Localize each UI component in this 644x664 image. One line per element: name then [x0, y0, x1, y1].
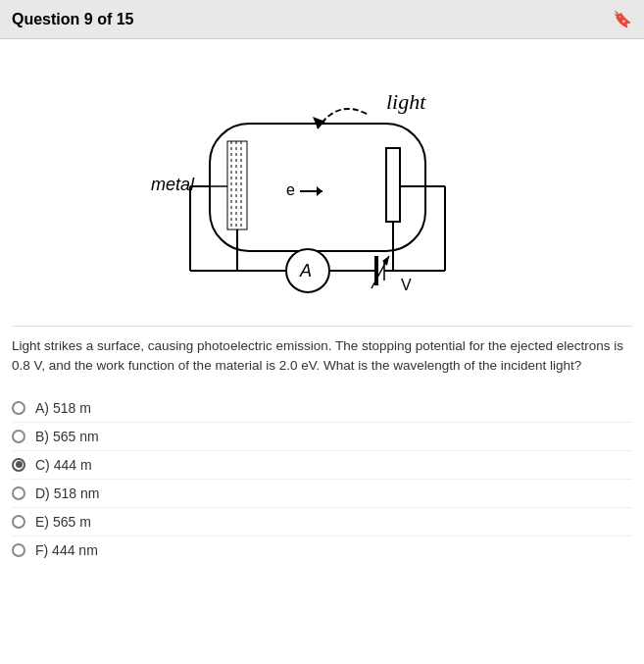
option-label-e: E) 565 m	[35, 514, 91, 530]
question-header: Question 9 of 15 🔖	[0, 0, 644, 39]
options-list: A) 518 mB) 565 nmC) 444 mD) 518 nmE) 565…	[12, 394, 632, 564]
question-text: Light strikes a surface, causing photoel…	[12, 326, 632, 377]
radio-d[interactable]	[12, 486, 25, 500]
svg-text:metal: metal	[151, 175, 195, 194]
svg-rect-7	[386, 148, 400, 222]
option-label-f: F) 444 nm	[35, 542, 98, 558]
svg-text:e: e	[286, 181, 295, 198]
photoelectric-diagram: light metal e	[112, 55, 533, 310]
radio-c[interactable]	[12, 458, 25, 472]
svg-text:light: light	[386, 89, 426, 114]
option-e[interactable]: E) 565 m	[12, 508, 632, 536]
option-b[interactable]: B) 565 nm	[12, 423, 632, 451]
option-f[interactable]: F) 444 nm	[12, 536, 632, 564]
svg-text:V: V	[401, 277, 412, 293]
svg-text:A: A	[299, 261, 312, 281]
option-label-c: C) 444 m	[35, 457, 92, 473]
radio-a[interactable]	[12, 401, 25, 415]
option-label-d: D) 518 nm	[35, 485, 99, 501]
option-label-a: A) 518 m	[35, 400, 91, 416]
svg-marker-31	[382, 256, 389, 266]
svg-marker-12	[317, 186, 322, 196]
option-a[interactable]: A) 518 m	[12, 394, 632, 423]
question-content: light metal e	[0, 39, 644, 576]
diagram-area: light metal e	[12, 55, 632, 310]
option-c[interactable]: C) 444 m	[12, 451, 632, 480]
svg-rect-3	[227, 141, 247, 230]
radio-b[interactable]	[12, 430, 25, 443]
bookmark-icon[interactable]: 🔖	[613, 10, 632, 28]
option-label-b: B) 565 nm	[35, 429, 99, 444]
option-d[interactable]: D) 518 nm	[12, 480, 632, 508]
radio-f[interactable]	[12, 543, 25, 557]
radio-e[interactable]	[12, 515, 25, 529]
question-counter: Question 9 of 15	[12, 11, 133, 28]
